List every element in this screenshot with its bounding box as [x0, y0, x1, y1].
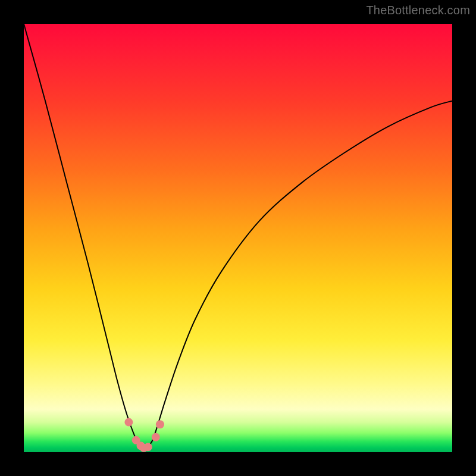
plot-area — [24, 24, 452, 452]
critical-point — [144, 443, 152, 451]
chart-svg — [24, 24, 452, 452]
critical-point — [124, 418, 133, 427]
bottleneck-curve — [24, 24, 452, 448]
critical-point-markers — [124, 418, 164, 452]
critical-point — [156, 420, 164, 428]
chart-frame: TheBottleneck.com — [0, 0, 476, 476]
watermark: TheBottleneck.com — [366, 4, 470, 17]
critical-point — [152, 433, 160, 441]
